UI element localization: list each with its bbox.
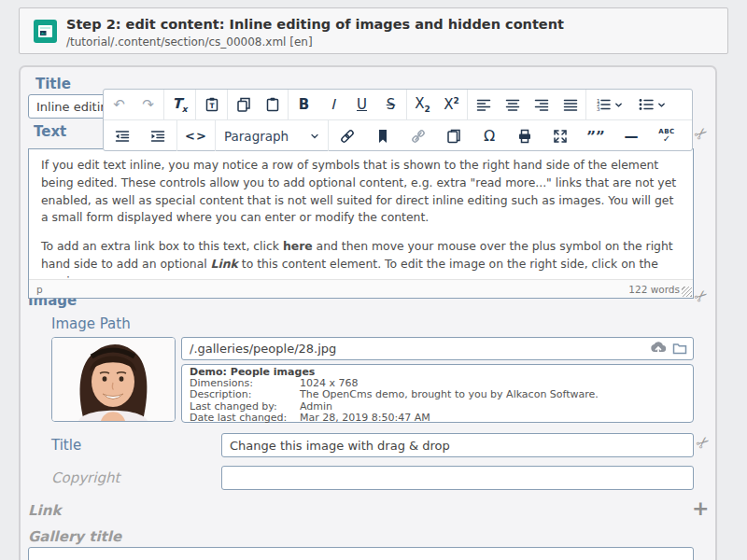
editor-statusbar: p 122 words	[29, 279, 693, 298]
subscript-button[interactable]: X2	[408, 91, 437, 119]
redo-icon: ↷	[142, 96, 154, 113]
title-field-label: Title	[35, 76, 71, 92]
link-section-label: Link	[28, 502, 61, 519]
gallery-title-input[interactable]	[28, 547, 694, 560]
ordered-list-button[interactable]: 1 2 3	[587, 91, 630, 119]
editor-header: Step 2: edit content: Inline editing of …	[19, 7, 728, 54]
paragraph-format-dropdown[interactable]: Paragraph	[217, 121, 327, 150]
paste-button[interactable]	[258, 91, 287, 119]
indent-button[interactable]	[140, 121, 176, 150]
insert-template-button[interactable]	[436, 121, 472, 150]
svg-text:T: T	[209, 102, 215, 110]
bold-icon: B	[299, 96, 309, 113]
copy-button[interactable]	[229, 91, 258, 119]
align-center-icon	[504, 96, 521, 113]
document-copy-icon	[445, 128, 462, 145]
paste-icon	[264, 96, 281, 113]
paragraph-1: If you edit text inline, you may notice …	[41, 157, 681, 227]
outdent-button[interactable]	[105, 121, 140, 150]
spellcheck-icon: ABC ✓	[658, 129, 674, 144]
link-bold-italic-text: Link	[211, 257, 238, 271]
portrait-photo	[52, 338, 175, 421]
chevron-down-icon	[310, 132, 319, 141]
align-right-icon	[533, 96, 550, 113]
superscript-icon: X2	[444, 96, 459, 113]
blockquote-icon: ””	[586, 127, 605, 146]
source-code-button[interactable]: <>	[178, 121, 214, 150]
print-button[interactable]	[507, 121, 543, 150]
link-icon	[339, 128, 356, 145]
toolbar-row-2: <> Paragraph	[104, 120, 692, 151]
clear-formatting-button[interactable]: Tx	[165, 91, 194, 119]
special-character-button[interactable]: Ω	[472, 121, 507, 150]
image-info-row: Last changed by:Admin	[190, 401, 685, 413]
bullet-list-icon	[638, 96, 655, 113]
bold-button[interactable]: B	[289, 91, 318, 119]
image-title-label: Title	[51, 437, 81, 454]
undo-button[interactable]: ↶	[105, 91, 134, 119]
superscript-button[interactable]: X2	[437, 91, 466, 119]
outdent-icon	[114, 128, 131, 145]
clear-formatting-icon: Tx	[172, 95, 187, 114]
paste-as-text-button[interactable]: T	[197, 91, 226, 119]
unlink-button[interactable]	[401, 121, 436, 150]
ordered-list-icon: 1 2 3	[595, 96, 612, 113]
undo-icon: ↶	[113, 96, 125, 113]
add-link-button[interactable]: +	[692, 498, 709, 519]
paragraph-format-value: Paragraph	[224, 129, 289, 144]
richtext-content[interactable]: If you edit text inline, you may notice …	[29, 149, 693, 279]
fullscreen-icon	[552, 128, 569, 145]
spellcheck-button[interactable]: ABC ✓	[649, 121, 684, 150]
strikethrough-button[interactable]: S	[376, 91, 405, 119]
content-type-icon	[34, 20, 57, 43]
unlink-icon	[410, 128, 427, 145]
source-code-icon: <>	[185, 129, 207, 143]
anchor-button[interactable]	[365, 121, 401, 150]
align-right-button[interactable]	[527, 91, 556, 119]
word-count: 122 words	[628, 284, 680, 295]
align-center-button[interactable]	[498, 91, 527, 119]
align-left-button[interactable]	[469, 91, 498, 119]
insert-link-button[interactable]	[330, 121, 365, 150]
chevron-down-icon	[657, 101, 666, 109]
bullet-list-button[interactable]	[630, 91, 673, 119]
paragraph-2: To add an extra link box to this text, c…	[41, 238, 681, 279]
underline-icon: U	[357, 96, 367, 113]
opencms-content-editor: Step 2: edit content: Inline editing of …	[0, 0, 747, 560]
text-field-label: Text	[34, 123, 66, 140]
image-info-row: Description:The OpenCms demo, brought to…	[190, 389, 685, 400]
bookmark-icon	[374, 128, 391, 145]
underline-button[interactable]: U	[347, 91, 376, 119]
blockquote-button[interactable]: ””	[578, 121, 613, 150]
align-justify-button[interactable]	[556, 91, 585, 119]
toolbar-row-1: ↶ ↷ Tx T	[104, 90, 692, 120]
strikethrough-icon: S	[387, 96, 396, 113]
image-info-title: Demo: People images	[190, 367, 685, 378]
omega-icon: Ω	[484, 127, 495, 145]
italic-button[interactable]: I	[318, 91, 347, 119]
element-path[interactable]: p	[36, 284, 43, 295]
align-left-icon	[475, 96, 492, 113]
indent-icon	[149, 128, 166, 145]
image-info-row: Date last changed:Mar 28, 2019 8:50:47 A…	[190, 413, 685, 424]
image-title-input[interactable]	[221, 433, 694, 457]
richtext-toolbar: ↶ ↷ Tx T	[103, 89, 693, 151]
image-preview-thumbnail[interactable]	[51, 337, 176, 422]
redo-button[interactable]: ↷	[134, 91, 162, 119]
image-info-box: Demo: People images Dimensions:1024 x 76…	[181, 364, 694, 423]
copyright-label: Copyright	[51, 469, 120, 486]
horizontal-rule-button[interactable]: —	[613, 121, 649, 150]
image-path-field	[181, 337, 694, 360]
resource-path: /tutorial/.content/section/cs_00008.xml …	[66, 35, 313, 49]
fullscreen-button[interactable]	[543, 121, 578, 150]
gallery-title-label: Gallery title	[28, 528, 121, 545]
align-justify-icon	[562, 96, 579, 113]
image-path-label: Image Path	[51, 315, 131, 332]
image-path-input[interactable]	[181, 337, 694, 360]
copy-icon	[235, 96, 252, 113]
richtext-editor: If you edit text inline, you may notice …	[28, 148, 694, 299]
copyright-input[interactable]	[221, 466, 694, 490]
upload-icon[interactable]	[650, 340, 667, 357]
gallery-folder-icon[interactable]	[671, 340, 688, 357]
editor-resize-handle[interactable]	[682, 287, 692, 297]
